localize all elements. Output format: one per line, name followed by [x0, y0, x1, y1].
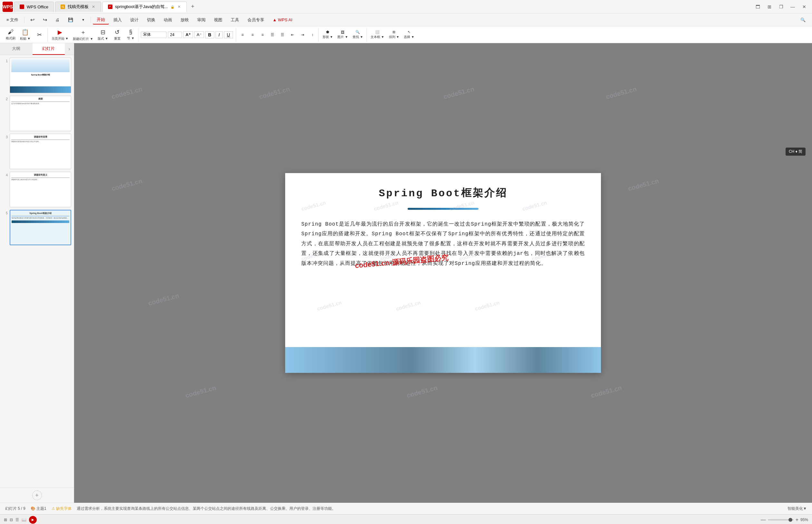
underline-button[interactable]: U [224, 31, 233, 38]
menu-start[interactable]: 开始 [93, 15, 109, 24]
menu-insert[interactable]: 插入 [110, 16, 126, 24]
zoom-plus-button[interactable]: + [796, 517, 798, 523]
slide-thumb-5[interactable]: Spring Boot框架介绍 Spring Boot是近几年最为流行的后台开发… [10, 210, 71, 245]
theme-label[interactable]: 🎨 主题1 [31, 506, 46, 511]
menu-redo[interactable]: ↪ [39, 15, 51, 24]
font-name-input[interactable] [141, 32, 167, 38]
menu-print[interactable]: 🖨 [52, 16, 64, 23]
image-button[interactable]: 🖼 图片 ▼ [335, 29, 350, 40]
tab-find-close[interactable]: ✕ [91, 4, 96, 9]
line-spacing-button[interactable]: ↕ [308, 32, 317, 38]
menu-design[interactable]: 设计 [126, 16, 143, 24]
select-button[interactable]: ↖ 选择 ▼ [402, 29, 416, 40]
view-grid-button[interactable]: ⊟ [10, 518, 13, 522]
play-from-current-button[interactable]: ▶ 当页开始 ▼ [50, 28, 70, 42]
menu-more[interactable]: ▼ [78, 17, 88, 23]
status-right: 智能美化▼ [788, 506, 807, 511]
menu-file[interactable]: ≡ 文件 [3, 16, 22, 24]
add-slide-button[interactable]: + [32, 491, 42, 500]
view-list-button[interactable]: ☰ [15, 518, 19, 522]
menu-animate[interactable]: 动画 [160, 16, 176, 24]
fullscreen-button[interactable]: ⊞ [764, 2, 775, 11]
restore-button[interactable]: ❐ [776, 2, 786, 11]
tab-ppt-close[interactable]: ✕ [177, 4, 181, 9]
find-icon: 🔍 [355, 30, 360, 34]
menu-undo[interactable]: ↩ [27, 15, 38, 24]
slide-thumb-3[interactable]: 课题研究背景 课题研究背景的相关内容介绍文字说明... [10, 134, 71, 169]
font-size-input[interactable] [168, 32, 182, 38]
textbox-button[interactable]: ⬜ 文本框 ▼ [369, 29, 386, 40]
font-shrink-button[interactable]: A⁻ [194, 31, 204, 38]
smart-button[interactable]: 智能美化▼ [788, 506, 807, 511]
minimize-button[interactable]: 🗖 [753, 2, 763, 11]
paste-button[interactable]: 📋 粘贴 ▼ [18, 28, 33, 42]
shape-button[interactable]: ⬟ 形状 ▼ [320, 29, 335, 40]
menu-member[interactable]: 会员专享 [244, 16, 268, 24]
maximize-button[interactable]: — [788, 2, 798, 11]
list-number-button[interactable]: ☰ [278, 32, 287, 38]
add-tab-button[interactable]: + [188, 2, 197, 11]
tab-ppt[interactable]: P springboot基于Java的自驾... 🔒 ✕ [102, 2, 187, 12]
sidebar-tab-outline[interactable]: 大纲 [0, 43, 33, 55]
menu-view[interactable]: 视图 [210, 16, 226, 24]
bold-button[interactable]: B [205, 31, 214, 38]
sidebar-tab-slides[interactable]: 幻灯片 [33, 43, 65, 55]
zoom-control: — + 95% [761, 517, 808, 523]
zoom-level: 95% [800, 518, 808, 522]
slide-body[interactable]: Spring Boot是近几年最为流行的后台开发框架，它的诞生一改过去Sprin… [301, 219, 585, 268]
menu-save[interactable]: 💾 [64, 16, 77, 23]
slide-item-3[interactable]: 3 课题研究背景 课题研究背景的相关内容介绍文字说明... [3, 134, 71, 169]
add-slide-area: + [0, 488, 74, 503]
format-brush-button[interactable]: 🖌 格式刷 [4, 28, 17, 42]
menu-play[interactable]: 放映 [177, 16, 193, 24]
indent-increase-button[interactable]: ⇥ [298, 32, 307, 38]
reset-button[interactable]: ↺ 重置 [111, 28, 124, 42]
align-center-button[interactable]: ≡ [248, 32, 257, 38]
new-slide-button[interactable]: ＋ 新建幻灯片 ▼ [71, 28, 95, 42]
tab-wps[interactable]: WPS Office [14, 2, 54, 12]
slide-item-1[interactable]: 1 Spring Boot框架介绍 [3, 58, 71, 93]
tab-find[interactable]: 找 找稿壳模板 ✕ [55, 2, 101, 12]
list-bullet-button[interactable]: ☰ [268, 32, 277, 38]
menu-search[interactable]: 🔍 [797, 16, 809, 23]
view-normal-button[interactable]: ⊞ [4, 518, 7, 522]
find-button[interactable]: 🔍 查找 ▼ [351, 29, 365, 40]
sidebar-collapse-button[interactable]: › [65, 43, 74, 55]
textbox-icon: ⬜ [375, 30, 380, 34]
view-reader-button[interactable]: 📖 [21, 518, 27, 522]
font-grow-button[interactable]: A⁺ [183, 31, 193, 38]
missing-font-label[interactable]: ⚠ 缺失字体 [52, 506, 71, 511]
play-button[interactable]: ▶ [29, 516, 37, 524]
sidebar-tabs: 大纲 幻灯片 › [0, 43, 74, 55]
slide-item-2[interactable]: 2 摘要 近几年来随着Java技术的不断成熟发展... [3, 96, 71, 131]
slide-num-3: 3 [3, 134, 8, 139]
slide-thumb-1[interactable]: Spring Boot框架介绍 [10, 58, 71, 93]
zoom-slider[interactable] [768, 519, 794, 521]
text-arrange-group: ⬜ 文本框 ▼ ⊞ 排列 ▼ ↖ 选择 ▼ [367, 28, 418, 42]
slide-canvas[interactable]: code51.cn code51.cn code51.cn code51.cn … [285, 173, 601, 373]
arrange-button[interactable]: ⊞ 排列 ▼ [387, 29, 401, 40]
menu-switch[interactable]: 切换 [143, 16, 159, 24]
slide-thumb-2[interactable]: 摘要 近几年来随着Java技术的不断成熟发展... [10, 96, 71, 131]
ch-badge[interactable]: CH ♦ 简 [785, 148, 806, 155]
wps-logo: WPS [3, 2, 13, 12]
section-button[interactable]: § 节 ▼ [125, 28, 137, 42]
cut-button[interactable]: ✂ [33, 30, 46, 39]
menu-review[interactable]: 审阅 [193, 16, 210, 24]
slide-thumb-4[interactable]: 课题研究意义 课题研究意义相关内容文字介绍说明... [10, 172, 71, 207]
align-left-button[interactable]: ≡ [238, 32, 247, 38]
indent-decrease-button[interactable]: ⇤ [288, 32, 297, 38]
slide-num-5: 5 [3, 210, 8, 215]
arrange-icon: ⊞ [393, 30, 395, 34]
menu-tools[interactable]: 工具 [227, 16, 243, 24]
menu-wpsai[interactable]: ▲ WPS AI [269, 16, 296, 23]
close-button[interactable]: ✕ [799, 2, 809, 11]
section-icon: § [129, 29, 132, 35]
slide-item-5[interactable]: 5 Spring Boot框架介绍 Spring Boot是近几年最为流行的后台… [3, 210, 71, 245]
status-bar: 幻灯片 5 / 9 🎨 主题1 ⚠ 缺失字体 通过需求分析，系统主要实现查询某条… [0, 503, 812, 514]
zoom-minus-button[interactable]: — [761, 517, 766, 523]
italic-button[interactable]: I [216, 31, 223, 38]
slide-item-4[interactable]: 4 课题研究意义 课题研究意义相关内容文字介绍说明... [3, 172, 71, 207]
align-right-button[interactable]: ≡ [258, 32, 267, 38]
layout-button[interactable]: ⊟ 版式 ▼ [96, 28, 110, 42]
